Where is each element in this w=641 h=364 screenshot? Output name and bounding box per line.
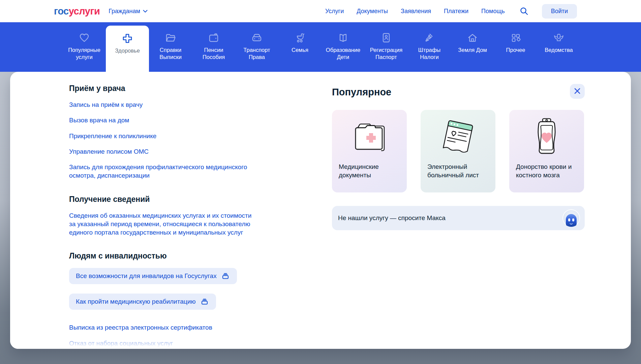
pill-link-disability-opportunities[interactable]: Все возможности для инвалидов на Госуслу… [69, 268, 237, 284]
popular-title: Популярное [332, 87, 391, 98]
header-nav: Услуги Документы Заявления Платежи Помощ… [325, 8, 505, 15]
tab-agencies[interactable]: Ведомства [537, 22, 580, 72]
tab-label: Семья [292, 47, 308, 54]
nav-link-platezhi[interactable]: Платежи [444, 8, 468, 15]
tab-label: Земля Дом [458, 47, 487, 54]
layers-stack-icon [221, 272, 230, 280]
chevron-down-icon [143, 10, 148, 13]
section-information: Получение сведений Сведения об оказанных… [69, 195, 305, 237]
audience-label: Гражданам [109, 8, 140, 15]
tab-certificates[interactable]: Справки Выписки [149, 22, 192, 72]
section-doctor-appointment: Приём у врача Запись на приём к врачу Вы… [69, 84, 305, 180]
menu-link[interactable]: Управление полисом ОМС [69, 147, 258, 156]
tab-popular-services[interactable]: Популярные услуги [63, 22, 106, 72]
wallet-icon [208, 32, 219, 44]
menu-link[interactable]: Запись на приём к врачу [69, 100, 258, 109]
medical-folder-illustration [339, 117, 400, 158]
tab-label: Транспорт Права [237, 47, 277, 61]
tab-label: Образование Дети [323, 47, 363, 61]
tab-label: Штрафы Налоги [409, 47, 450, 61]
search-icon[interactable] [520, 7, 528, 16]
health-cross-icon [122, 32, 133, 44]
house-icon [467, 32, 478, 44]
top-header: госуслуги Гражданам Услуги Документы Зая… [0, 0, 641, 22]
tab-label: Справки Выписки [150, 47, 191, 61]
health-mega-menu-panel: Приём у врача Запись на приём к врачу Вы… [10, 72, 631, 349]
menu-link[interactable]: Выписка из реестра электронных сертифика… [69, 323, 258, 332]
pill-link-label: Как пройти медицинскую реабилитацию [76, 298, 196, 305]
tab-registration[interactable]: Регистрация Паспорт [365, 22, 408, 72]
close-menu-button[interactable] [570, 84, 585, 99]
section-title: Получение сведений [69, 195, 305, 204]
card-title: Электронный больничный лист [427, 162, 489, 179]
gosuslugi-logo[interactable]: госуслуги [54, 6, 100, 17]
tab-pensions[interactable]: Пенсии Пособия [192, 22, 235, 72]
folder-icon [165, 32, 176, 44]
id-card-icon [380, 32, 392, 44]
menu-link[interactable]: Отказ от набора социальных услуг [69, 339, 258, 347]
menu-link[interactable]: Прикрепление к поликлинике [69, 132, 258, 140]
tab-land-house[interactable]: Земля Дом [451, 22, 494, 72]
category-bar: Популярные услуги Здоровье Справки Выпис… [0, 22, 641, 72]
grid-icon [510, 32, 521, 44]
menu-link[interactable]: Сведения об оказанных медицинских услуга… [69, 211, 258, 237]
section-title: Людям с инвалидностью [69, 251, 305, 261]
nav-link-uslugi[interactable]: Услуги [325, 8, 344, 15]
tab-fines[interactable]: Штрафы Налоги [408, 22, 451, 72]
tab-label: Регистрация Паспорт [366, 47, 406, 61]
sick-leave-document-illustration [427, 117, 489, 158]
section-disability: Людям с инвалидностью Все возможности дл… [69, 251, 305, 349]
layers-stack-icon [201, 298, 209, 305]
stroller-icon [294, 32, 306, 44]
tab-label: Здоровье [115, 47, 140, 54]
tab-other[interactable]: Прочее [494, 22, 537, 72]
pill-link-row: Как пройти медицинскую реабилитацию [69, 294, 305, 316]
blood-bag-illustration [516, 117, 577, 158]
audience-selector[interactable]: Гражданам [109, 8, 148, 15]
popular-cards-row: Медицинские документы [332, 110, 585, 192]
card-title: Донорство крови и костного мозга [516, 162, 577, 179]
card-title: Медицинские документы [339, 162, 400, 179]
car-icon [251, 32, 263, 44]
logo-part-blue: гос [54, 6, 69, 17]
tab-label: Популярные услуги [64, 47, 104, 61]
book-icon [337, 32, 349, 44]
pill-link-medical-rehabilitation[interactable]: Как пройти медицинскую реабилитацию [69, 294, 216, 310]
page-background: госуслуги Гражданам Услуги Документы Зая… [0, 0, 641, 364]
tab-label: Прочее [506, 47, 525, 54]
max-banner-text: Не нашли услугу — спросите Макса [338, 214, 446, 222]
card-medical-documents[interactable]: Медицинские документы [332, 110, 407, 192]
max-assistant-avatar [562, 209, 580, 227]
gavel-icon [424, 32, 435, 44]
tab-education[interactable]: Образование Дети [322, 22, 365, 72]
nav-link-zayavleniya[interactable]: Заявления [401, 8, 431, 15]
card-blood-donation[interactable]: Донорство крови и костного мозга [509, 110, 584, 192]
login-button[interactable]: Войти [542, 4, 577, 19]
tab-transport[interactable]: Транспорт Права [235, 22, 278, 72]
popular-column: Популярное [332, 84, 585, 349]
eagle-icon [553, 32, 565, 44]
close-icon [574, 87, 581, 96]
logo-part-red: услуги [69, 6, 100, 17]
pill-link-label: Все возможности для инвалидов на Госуслу… [76, 272, 217, 280]
heart-icon [79, 32, 90, 44]
tab-family[interactable]: Семья [278, 22, 322, 72]
menu-link[interactable]: Запись для прохождения профилактического… [69, 163, 258, 180]
pill-link-row: Все возможности для инвалидов на Госуслу… [69, 268, 305, 290]
tab-health[interactable]: Здоровье [106, 26, 149, 72]
nav-link-dokumenty[interactable]: Документы [357, 8, 388, 15]
section-title: Приём у врача [69, 84, 305, 93]
nav-link-pomosch[interactable]: Помощь [481, 8, 505, 15]
menu-links-column: Приём у врача Запись на приём к врачу Вы… [69, 84, 305, 349]
tab-label: Пенсии Пособия [193, 47, 234, 61]
tab-label: Ведомства [545, 47, 573, 54]
card-electronic-sick-leave[interactable]: Электронный больничный лист [421, 110, 495, 192]
menu-link[interactable]: Вызов врача на дом [69, 116, 258, 124]
max-assistant-banner[interactable]: Не нашли услугу — спросите Макса [332, 206, 585, 230]
